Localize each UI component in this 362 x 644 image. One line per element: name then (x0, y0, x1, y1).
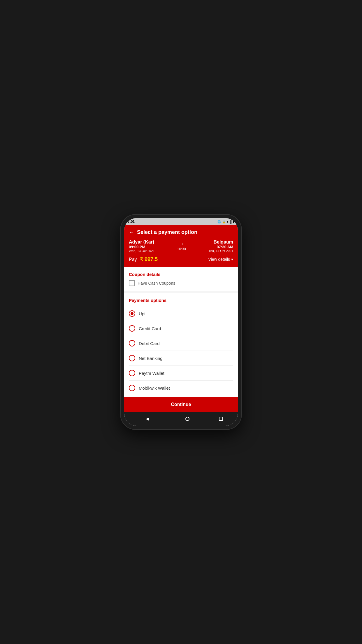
dest-date: Thu, 14 Oct 2021 (208, 249, 233, 253)
origin-city: Adyar (Kar) (129, 239, 154, 245)
pay-info: Pay ₹ 997.5 (129, 256, 158, 262)
battery-icon: ▮ (233, 220, 234, 223)
wifi-icon: ▾ (227, 220, 228, 223)
page-title: Select a payment option (137, 229, 197, 235)
coupon-checkbox-label: Have Cash Coupons (138, 281, 175, 286)
journey-duration: 10:30 (177, 247, 186, 251)
radio-debit-card (129, 340, 135, 346)
payment-label-credit-card: Credit Card (139, 326, 161, 331)
journey-info: Adyar (Kar) 09:00 PM Wed, 13 Oct 2021 → … (129, 239, 233, 253)
home-nav-button[interactable] (185, 417, 189, 421)
radio-credit-card (129, 325, 135, 332)
pay-label: Pay (129, 257, 137, 262)
radio-upi (129, 310, 135, 317)
payment-option-credit-card[interactable]: Credit Card (129, 321, 233, 336)
payment-label-upi: Upi (139, 311, 145, 316)
radio-upi-fill (131, 312, 133, 315)
payment-section: Payments options Upi Credit Card Debit (124, 293, 238, 397)
status-icons: 🌐 🔒 ▾ ▐ ▮ (217, 220, 234, 223)
radio-net-banking (129, 355, 135, 361)
back-nav-button[interactable]: ◄ (139, 414, 156, 424)
payment-label-paytm-wallet: Paytm Wallet (139, 371, 164, 376)
pay-row: Pay ₹ 997.5 View details ▾ (129, 256, 233, 262)
header-title-row: ← Select a payment option (129, 229, 233, 235)
origin-time: 09:00 PM (129, 245, 154, 249)
payment-option-upi[interactable]: Upi (129, 306, 233, 321)
view-details-label: View details (208, 257, 230, 262)
journey-destination: Belgaum 07:30 AM Thu, 14 Oct 2021 (208, 239, 233, 253)
origin-date: Wed, 13 Oct 2021 (129, 249, 154, 253)
journey-middle: → 10:30 (177, 241, 186, 251)
journey-origin: Adyar (Kar) 09:00 PM Wed, 13 Oct 2021 (129, 239, 154, 253)
recents-nav-button[interactable] (219, 417, 223, 421)
main-content: Coupon details Have Cash Coupons Payment… (124, 267, 238, 397)
status-time: 7:01 (128, 220, 135, 224)
pay-amount: ₹ 997.5 (140, 256, 158, 262)
nav-bar: ◄ (124, 412, 238, 426)
coupon-section-title: Coupon details (129, 272, 233, 277)
dest-time: 07:30 AM (208, 245, 233, 249)
payments-section-title: Payments options (129, 298, 233, 303)
globe-icon: 🌐 (217, 220, 221, 223)
coupon-checkbox-row[interactable]: Have Cash Coupons (129, 280, 233, 286)
journey-arrow-icon: → (177, 241, 186, 247)
radio-mobikwik-wallet (129, 385, 135, 391)
payment-label-net-banking: Net Banking (139, 356, 163, 361)
payment-label-mobikwik-wallet: Mobikwik Wallet (139, 386, 170, 391)
chevron-down-icon: ▾ (231, 257, 233, 262)
lock-icon: 🔒 (222, 220, 226, 223)
app-header: ← Select a payment option Adyar (Kar) 09… (124, 225, 238, 267)
payment-label-debit-card: Debit Card (139, 341, 160, 346)
payment-option-paytm-wallet[interactable]: Paytm Wallet (129, 366, 233, 381)
continue-button[interactable]: Continue (124, 397, 238, 412)
signal-icon: ▐ (229, 220, 231, 223)
radio-paytm-wallet (129, 370, 135, 376)
status-bar: 7:01 🌐 🔒 ▾ ▐ ▮ (124, 218, 238, 225)
payment-option-debit-card[interactable]: Debit Card (129, 336, 233, 351)
payment-option-mobikwik-wallet[interactable]: Mobikwik Wallet (129, 381, 233, 395)
phone-frame: 7:01 🌐 🔒 ▾ ▐ ▮ ← Select a payment option… (121, 215, 241, 429)
payment-option-net-banking[interactable]: Net Banking (129, 351, 233, 366)
view-details-button[interactable]: View details ▾ (208, 257, 233, 262)
coupon-checkbox[interactable] (129, 280, 135, 286)
dest-city: Belgaum (208, 239, 233, 245)
phone-screen: 7:01 🌐 🔒 ▾ ▐ ▮ ← Select a payment option… (124, 218, 238, 426)
coupon-section: Coupon details Have Cash Coupons (124, 267, 238, 291)
back-button[interactable]: ← (129, 229, 134, 235)
